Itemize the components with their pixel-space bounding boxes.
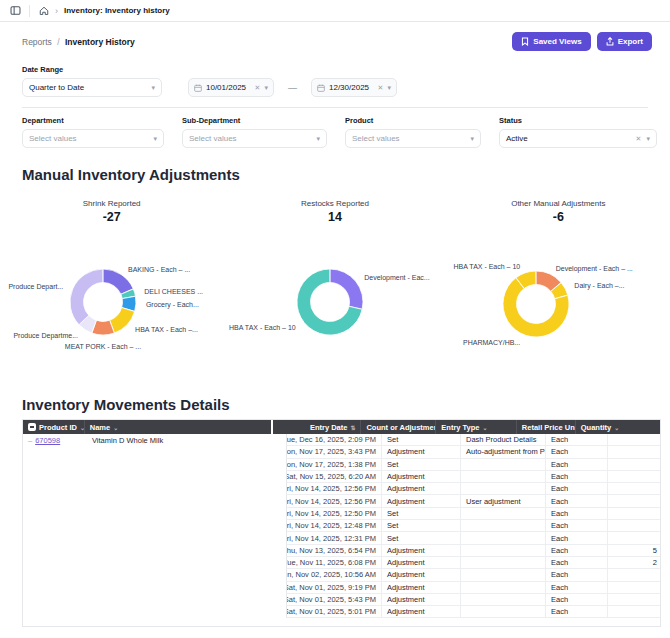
cell-count-or-adjustment: Adjustment [381, 582, 460, 593]
clear-end-date-icon[interactable]: ✕ [378, 84, 384, 92]
column-header-name[interactable]: Name ⌄ [84, 420, 272, 434]
movements-section-title: Inventory Movements Details [0, 388, 670, 413]
cell-entry-type: Dash Product Details [460, 434, 545, 445]
end-date-input[interactable]: 12/30/2025 ✕ ▾ [311, 78, 397, 97]
product-placeholder: Select values [352, 134, 400, 143]
export-icon [606, 37, 614, 46]
pie-slice[interactable] [110, 308, 135, 333]
product-id-header-label: Product ID [39, 423, 77, 432]
date-range-preset-value: Quarter to Date [29, 83, 84, 92]
cell-product-id [23, 471, 87, 483]
select-all-checkbox[interactable] [28, 423, 36, 431]
cell-quantity [607, 520, 661, 531]
column-header-retail-price-unit[interactable]: Retail Price Unit ⌄ [516, 420, 575, 434]
cell-entry-date: Tue, Dec 16, 2025, 2:09 PM [287, 434, 381, 445]
cell-product-id [23, 532, 87, 544]
cell-count-or-adjustment: Adjustment [381, 446, 460, 457]
cell-entry-date: Fri, Nov 14, 2025, 12:48 PM [287, 520, 381, 531]
export-button[interactable]: Export [597, 32, 652, 51]
pie-slice[interactable] [330, 269, 363, 309]
date-range-preset-select[interactable]: Quarter to Date ▾ [22, 78, 162, 97]
pie-slice-label: HBA TAX - Each – 10 [454, 263, 521, 270]
table-row: Sun, Nov 02, 2025, 10:56 AMAdjustmentEac… [23, 569, 660, 581]
cell-entry-type [460, 471, 545, 482]
chevron-down-icon: ▾ [264, 84, 268, 92]
cell-entry-date: Fri, Nov 14, 2025, 12:56 PM [287, 495, 381, 506]
department-placeholder: Select values [29, 134, 77, 143]
cell-product-id [23, 446, 87, 458]
cell-name [87, 495, 286, 507]
end-date-value: 12/30/2025 [329, 83, 374, 92]
cell-entry-type [460, 594, 545, 605]
cell-quantity: 2 [607, 557, 661, 568]
pie-slice-label: Produce Departme... [13, 332, 78, 339]
column-header-entry-type[interactable]: Entry Type ⌄ [435, 420, 516, 434]
breadcrumb: Reports / Inventory History [22, 37, 135, 47]
department-select[interactable]: Select values ▾ [22, 129, 164, 148]
top-navigation-bar: › Inventory: Inventory history [0, 0, 670, 22]
cell-entry-date: Sat, Nov 15, 2025, 6:20 AM [287, 471, 381, 482]
pie-slice[interactable] [70, 269, 103, 325]
cell-retail-price-unit: Each [545, 557, 607, 568]
breadcrumb-reports-link[interactable]: Reports [22, 37, 52, 47]
donut-chart-0: BAKING - Each – ...DELI CHEESES ...Groce… [0, 230, 223, 388]
product-id-link[interactable]: 670598 [35, 436, 60, 445]
quantity-header-label: Quantity [581, 423, 611, 432]
adjustment-stat-0: Shrink Reported-27 [0, 199, 223, 224]
column-header-entry-date[interactable]: Entry Date ⇅ [271, 420, 360, 434]
clear-start-date-icon[interactable]: ✕ [255, 84, 261, 92]
entry-date-header-label: Entry Date [310, 423, 348, 432]
chevron-down-icon: ▾ [153, 135, 157, 143]
sub-department-select[interactable]: Select values ▾ [182, 129, 327, 148]
topbar-divider [29, 5, 30, 17]
cell-entry-date: Sat, Nov 01, 2025, 9:19 PM [287, 582, 381, 593]
department-filter: Department Select values ▾ [22, 116, 164, 148]
collapse-row-icon[interactable]: – [28, 436, 32, 445]
cell-count-or-adjustment: Adjustment [381, 495, 460, 506]
cell-count-or-adjustment: Adjustment [381, 557, 460, 568]
breadcrumb-chevron-icon: › [55, 6, 58, 16]
table-header-row: Product ID ⌄ Name ⌄ Entry Date ⇅ Count o… [23, 420, 660, 434]
cell-product-id [23, 557, 87, 569]
cell-entry-date: Tue, Nov 11, 2025, 6:08 PM [287, 557, 381, 568]
filter-row: Department Select values ▾ Sub-Departmen… [0, 108, 670, 158]
export-label: Export [618, 37, 643, 46]
table-row: Fri, Nov 14, 2025, 12:56 PMAdjustmentUse… [23, 495, 660, 507]
cell-entry-type [460, 545, 545, 556]
page-header: Reports / Inventory History Saved Views … [0, 22, 670, 59]
donut-chart-2: Development - Each – ...Dairy - Each –..… [447, 230, 670, 388]
cell-quantity [607, 471, 661, 482]
chevron-down-icon: ⌄ [483, 424, 488, 431]
cell-retail-price-unit: Each [545, 520, 607, 531]
status-select[interactable]: Active ✕ ▾ [499, 129, 657, 148]
cell-retail-price-unit: Each [545, 582, 607, 593]
cell-product-id [23, 569, 87, 581]
cell-entry-type [460, 520, 545, 531]
cell-entry-date: Fri, Nov 14, 2025, 12:56 PM [287, 483, 381, 494]
table-row: Fri, Nov 14, 2025, 12:48 PMSetEach [23, 520, 660, 532]
saved-views-button[interactable]: Saved Views [512, 32, 590, 51]
sidebar-toggle-icon[interactable] [10, 5, 21, 16]
adjustment-stat-2: Other Manual Adjustments-6 [447, 199, 670, 224]
start-date-input[interactable]: 10/01/2025 ✕ ▾ [188, 78, 274, 97]
cell-count-or-adjustment: Adjustment [381, 569, 460, 580]
cell-name [87, 508, 286, 520]
cell-entry-date: Fri, Nov 14, 2025, 12:31 PM [287, 532, 381, 543]
product-select[interactable]: Select values ▾ [345, 129, 481, 148]
column-header-count-or-adjustment[interactable]: Count or Adjustment ⌄ [360, 420, 435, 434]
breadcrumb-separator: / [57, 37, 59, 47]
cell-count-or-adjustment: Set [381, 434, 460, 445]
pie-slice[interactable] [103, 269, 133, 294]
column-header-quantity[interactable]: Quantity ⌄ [575, 420, 660, 434]
count-header-label: Count or Adjustment [366, 423, 435, 432]
column-header-product-id[interactable]: Product ID ⌄ [23, 420, 84, 434]
sort-icon: ⇅ [350, 424, 355, 431]
home-icon[interactable] [38, 5, 49, 16]
pie-slice-label: DELI CHEESES ... [144, 287, 203, 294]
clear-status-icon[interactable]: ✕ [636, 135, 642, 143]
calendar-icon [317, 84, 325, 92]
chevron-down-icon: ⌄ [113, 424, 118, 431]
cell-name [87, 569, 286, 581]
chevron-down-icon: ▾ [316, 135, 320, 143]
stat-label: Shrink Reported [0, 199, 223, 208]
